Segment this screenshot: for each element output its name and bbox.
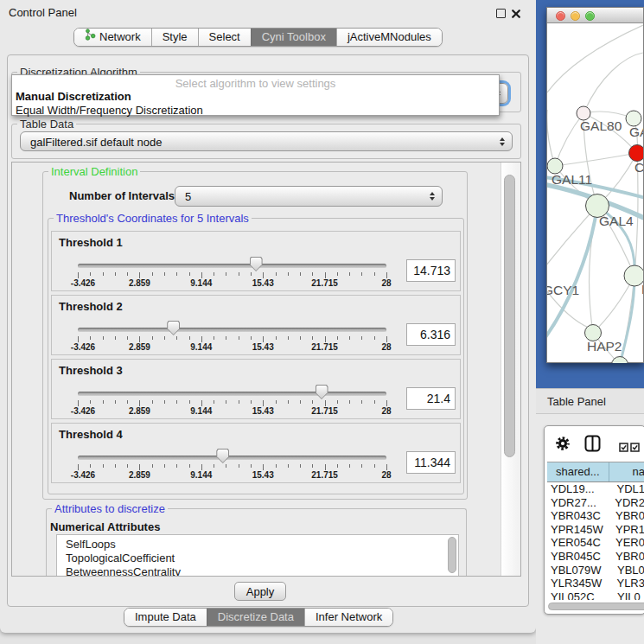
table-row[interactable]: YBR043CYBR0 (547, 509, 644, 523)
gear-icon[interactable] (555, 436, 571, 455)
network-edge[interactable] (555, 153, 637, 166)
network-canvas[interactable]: GAL80GACGAL11GAL4GCY1HHAP2 (547, 23, 643, 363)
number-of-intervals-combobox[interactable]: 5 (175, 186, 443, 207)
apply-bar: Apply (8, 578, 528, 607)
attribute-list-item[interactable]: SelfLoops (57, 538, 458, 552)
slider-thumb[interactable] (167, 321, 180, 335)
slider-tick (103, 400, 104, 404)
slider-tick (115, 336, 116, 340)
minimize-traffic-light-icon[interactable] (571, 11, 580, 21)
slider-tick (337, 336, 338, 340)
slider-tick (127, 272, 128, 276)
tab-select[interactable]: Select (198, 29, 251, 46)
slider-tick (78, 336, 79, 342)
threshold-value-field[interactable]: 14.713 (406, 259, 456, 282)
slider-tick (164, 272, 165, 276)
vertical-scrollbar-thumb[interactable] (504, 175, 515, 457)
attribute-list-item[interactable]: BetweennessCentrality (57, 565, 458, 577)
tab-infer-network[interactable]: Infer Network (304, 609, 392, 626)
tab-discretize-data[interactable]: Discretize Data (207, 609, 304, 626)
slider-tick (214, 272, 214, 276)
cell-shared-name: YBL079W (547, 564, 611, 577)
table-row[interactable]: YDR27...YDR2 (547, 496, 644, 510)
slider-tick (239, 272, 239, 276)
checkbox-icon[interactable] (619, 440, 628, 456)
network-node-label: C (634, 160, 643, 175)
slider-track[interactable] (78, 392, 386, 396)
slider-track[interactable] (78, 456, 386, 460)
table-data-combobox[interactable]: galFiltered.sif default node (20, 131, 513, 151)
slider-thumb[interactable] (250, 257, 263, 271)
table-row[interactable]: YIL052CYIL0 (547, 590, 644, 600)
slider-thumb[interactable] (216, 449, 229, 463)
close-traffic-light-icon[interactable] (556, 11, 565, 21)
tab-network[interactable]: Network (74, 29, 151, 46)
column-header-shared[interactable]: shared... (547, 462, 609, 481)
cell-shared-name: YLR345W (547, 577, 610, 590)
attribute-list-item[interactable]: TopologicalCoefficient (57, 552, 458, 565)
network-node[interactable] (629, 145, 644, 162)
table-row[interactable]: YDL19...YDL1 (547, 482, 644, 496)
threshold-value-field[interactable]: 21.4 (406, 387, 456, 410)
numerical-attributes-list[interactable]: SelfLoopsTopologicalCoefficientBetweenne… (56, 534, 459, 577)
tab-label: Style (163, 29, 188, 46)
cell-name: YDL1 (610, 482, 644, 496)
table-row[interactable]: YBL079WYBL0 (547, 564, 644, 577)
network-edge[interactable] (547, 25, 643, 92)
cyni-toolbox-panel: Discretization Algorithm Select algorith… (7, 54, 529, 607)
slider-tick (288, 464, 289, 468)
slider-tick (201, 336, 202, 342)
window-title: Control Panel (9, 6, 77, 19)
cell-shared-name: YIL052C (547, 590, 611, 600)
checkbox-icon[interactable] (630, 440, 640, 456)
table-row[interactable]: YBR045CYBR0 (547, 550, 644, 564)
slider-tick (251, 272, 252, 276)
slider-tick (288, 336, 289, 340)
columns-icon[interactable] (584, 435, 601, 456)
slider-tick (276, 336, 277, 340)
slider-tick-label: -3.426 (71, 278, 95, 288)
network-edge[interactable] (547, 110, 555, 166)
slider-tick (115, 272, 116, 276)
tab-jactivemnodules[interactable]: jActiveMNodules (336, 29, 442, 46)
threshold-label: Threshold 2 (59, 300, 123, 313)
tab-cyni-toolbox[interactable]: Cyni Toolbox (251, 29, 336, 46)
slider-tick (226, 336, 226, 340)
apply-button[interactable]: Apply (234, 582, 286, 601)
slider-tick (127, 464, 128, 468)
close-icon[interactable] (511, 7, 521, 22)
float-window-icon[interactable] (496, 9, 506, 18)
table-row[interactable]: YER054CYER0 (547, 536, 644, 550)
tab-impute-data[interactable]: Impute Data (124, 609, 207, 626)
slider-tick (226, 400, 226, 404)
slider-track[interactable] (78, 264, 386, 268)
horizontal-scrollbar[interactable] (545, 601, 644, 613)
slider-tick-label: 28 (381, 278, 391, 288)
threshold-value-field[interactable]: 11.344 (406, 451, 456, 474)
dropdown-item[interactable]: Manual Discretization (12, 90, 499, 104)
vertical-scrollbar[interactable] (501, 163, 520, 576)
slider-track[interactable] (78, 328, 386, 332)
horizontal-scrollbar-thumb[interactable] (548, 603, 644, 610)
slider-tick-label: 2.859 (129, 470, 150, 480)
slider-tick (325, 272, 326, 278)
slider-tick (251, 336, 252, 340)
dropdown-item[interactable]: Equal Width/Frequency Discretization (12, 104, 499, 118)
table-row[interactable]: YLR345WYLR3 (547, 577, 644, 590)
slider-thumb[interactable] (316, 385, 328, 399)
attribute-list-scrollbar[interactable] (448, 537, 456, 573)
slider-tick (115, 464, 116, 468)
slider-tick (312, 272, 313, 276)
table-row[interactable]: YPR145WYPR1 (547, 523, 644, 537)
column-header-name[interactable]: na (609, 462, 644, 481)
threshold-value-field[interactable]: 6.316 (406, 323, 456, 346)
table-data-value: galFiltered.sif default node (30, 135, 162, 148)
network-edge[interactable] (585, 53, 643, 110)
slider-tick (201, 400, 202, 406)
tab-style[interactable]: Style (151, 29, 198, 46)
network-node[interactable] (624, 265, 643, 286)
slider-tick-label: 28 (381, 406, 391, 416)
slider-tick (226, 272, 226, 276)
network-node[interactable] (612, 357, 628, 364)
zoom-traffic-light-icon[interactable] (585, 11, 595, 21)
